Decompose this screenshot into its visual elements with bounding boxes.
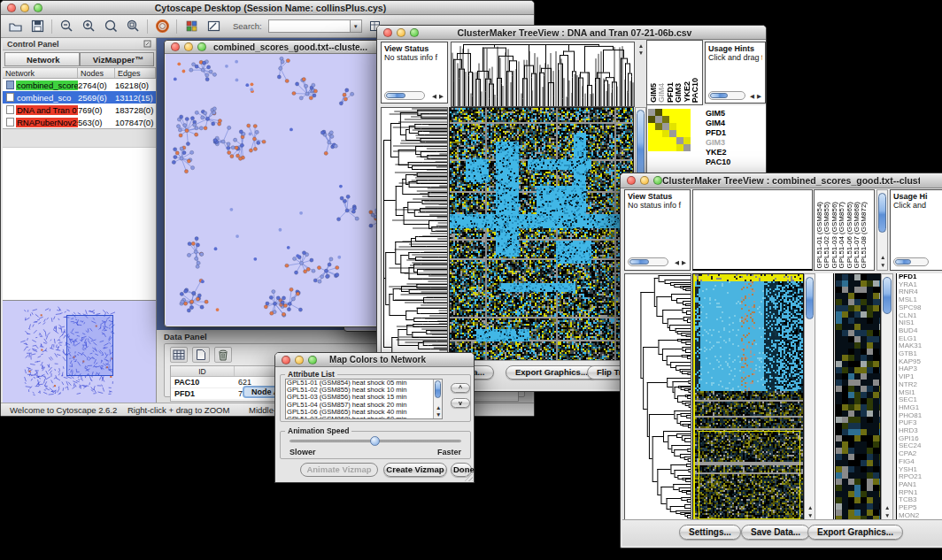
scroll-thumb[interactable] [435,380,441,398]
scroll-down-arrow[interactable]: ▼ [807,513,813,519]
scroll-right-arrow[interactable]: ▶ [682,260,686,266]
scroll-up-arrow[interactable]: ▲ [884,505,890,511]
scroll-down-arrow[interactable]: ▼ [436,412,441,418]
scroll-left-arrow[interactable]: ◀ [675,260,679,266]
tv1-status-hscrollbar[interactable] [384,91,425,100]
scroll-thumb[interactable] [710,93,728,98]
delete-attribute-icon[interactable] [214,347,232,363]
scroll-up-arrow[interactable]: ▲ [880,255,885,261]
speed-slider[interactable] [290,440,461,442]
tv2-column-tree-area[interactable] [692,189,813,271]
save-session-button[interactable] [29,19,45,35]
scroll-down-arrow[interactable]: ▼ [884,513,890,519]
tv2-hints-hscrollbar[interactable] [893,257,929,266]
float-panel-icon[interactable] [143,40,151,48]
dialog-titlebar[interactable]: Map Colors to Network [275,353,474,367]
new-attribute-icon[interactable] [192,347,210,363]
scroll-thumb[interactable] [883,277,892,314]
scroll-thumb[interactable] [895,259,911,265]
close-button[interactable] [171,42,180,51]
search-input[interactable] [268,19,350,33]
move-up-button[interactable]: ^ [451,383,470,393]
help-lifesaver-icon[interactable] [154,19,170,35]
attr-column-id[interactable]: ID [171,366,235,376]
close-button[interactable] [627,176,636,185]
treeview-button[interactable]: Export Graphics... [807,525,903,540]
scroll-down-arrow[interactable]: ▼ [880,263,885,269]
scroll-up-arrow[interactable]: ▲ [436,405,441,411]
zoom-fit-icon[interactable] [125,19,141,35]
move-down-button[interactable]: v [451,398,470,408]
tv1-column-labels[interactable]: GIM5GIM4PFD1GIM3YKE2PAC10 [646,40,703,105]
tv1-titlebar[interactable]: ClusterMaker TreeView : DNA and Tran 07-… [377,26,766,40]
scroll-thumb[interactable] [878,193,886,233]
tv1-column-dendrogram[interactable] [451,42,635,107]
minimize-button[interactable] [397,28,405,37]
create-vizmap-button[interactable]: Create Vizmap [383,463,447,477]
network-tree-row[interactable]: combined_scores 2764(0) 16218(0) [3,79,156,91]
tv2-row-labels[interactable]: PFD1YRA1RNR4MSL1SPC98CLN1NIS1BUD4ELG1MAK… [896,273,942,521]
tv1-row-labels[interactable]: GIM5GIM4PFD1GIM3YKE2PAC10 [706,109,764,167]
animate-vizmap-button[interactable]: Animate Vizmap [300,463,378,477]
zoom-button[interactable] [410,28,419,37]
tv1-mini-heatmap[interactable] [648,109,691,151]
column-header-network[interactable]: Network [3,68,78,78]
scroll-thumb[interactable] [637,110,645,182]
tv1-hints-hscrollbar[interactable] [708,91,745,100]
vizmapper-icon[interactable] [183,19,199,35]
attribute-listbox[interactable]: GPL51-01 (GSM854) heat shock 05 minGPL51… [285,379,443,419]
scroll-up-arrow[interactable]: ▲ [807,505,813,511]
minimize-button[interactable] [295,356,304,364]
column-header-nodes[interactable]: Nodes [78,68,115,78]
zoom-button[interactable] [34,4,42,12]
tv2-row-dendrogram[interactable] [624,273,691,521]
scroll-right-arrow[interactable]: ▶ [439,94,444,100]
attribute-list-vscrollbar[interactable]: ▲ ▼ [433,380,442,418]
resize-grip[interactable] [465,473,473,481]
tv2-zoom-vscrollbar[interactable]: ▲ ▼ [881,273,893,521]
tv1-heatmap[interactable] [449,107,634,365]
scroll-left-arrow[interactable]: ◀ [750,94,754,100]
scroll-thumb[interactable] [806,277,814,319]
main-titlebar[interactable]: Cytoscape Desktop (Session Name: collins… [1,1,534,15]
slider-thumb[interactable] [370,436,380,446]
zoom-button[interactable] [197,42,206,51]
close-button[interactable] [7,4,16,12]
scroll-right-arrow[interactable]: ▶ [757,94,761,100]
zoom-selected-icon[interactable] [103,19,119,35]
treeview-button[interactable]: Export Graphics... [506,365,598,380]
panel-tab[interactable]: Network [4,52,80,66]
column-header-edges[interactable]: Edges [115,68,156,78]
zoom-button[interactable] [308,356,317,364]
tv2-titlebar[interactable]: ClusterMaker TreeView : combined_scores_… [621,173,942,188]
minimize-button[interactable] [640,176,649,185]
zoom-out-icon[interactable] [58,19,74,35]
network-tree-row[interactable]: RNAPuberNov2+ 563(0) 107847(0) [3,116,156,128]
treeview-button[interactable]: Save Data... [741,525,810,540]
tv2-heatmap-vscrollbar[interactable]: ▲ ▼ [804,273,815,521]
tv2-zoomed-heatmap[interactable] [835,273,881,521]
treeview-button[interactable]: Settings... [679,525,741,540]
attribute-list-item[interactable]: GPL51-07 (GSM868) heat shock 60 min [287,416,432,419]
scroll-left-arrow[interactable]: ◀ [432,94,436,100]
close-button[interactable] [383,28,392,37]
select-attributes-icon[interactable] [170,347,188,363]
minimize-button[interactable] [20,4,29,12]
tv1-splitter-arrows[interactable]: ▲▼ [637,43,645,56]
network-tree-row[interactable]: DNA and Tran 07 769(0) 183728(0) [3,104,156,116]
scroll-thumb[interactable] [629,259,649,265]
zoom-button[interactable] [653,176,662,185]
panel-tab[interactable]: VizMapper™ [80,52,155,66]
tv1-row-dendrogram[interactable] [381,107,448,365]
scroll-thumb[interactable] [386,93,405,98]
network-tree-row[interactable]: combined_sco 2569(6) 13112(15) [3,91,156,104]
annotation-icon[interactable] [205,19,221,35]
tv2-status-hscrollbar[interactable] [628,257,668,266]
tv2-heatmap[interactable] [692,273,804,521]
tv2-column-labels[interactable]: GPL51-01 (GSM854)GPL51-02 (GSM855)GPL51-… [814,189,875,271]
tv2-labels-vscrollbar[interactable]: ▲ ▼ [876,189,888,271]
zoom-in-icon[interactable] [81,19,97,35]
birdseye-view-panel[interactable] [3,300,156,403]
search-dropdown-arrow[interactable]: ▼ [350,19,362,33]
birdseye-canvas[interactable] [3,301,157,403]
